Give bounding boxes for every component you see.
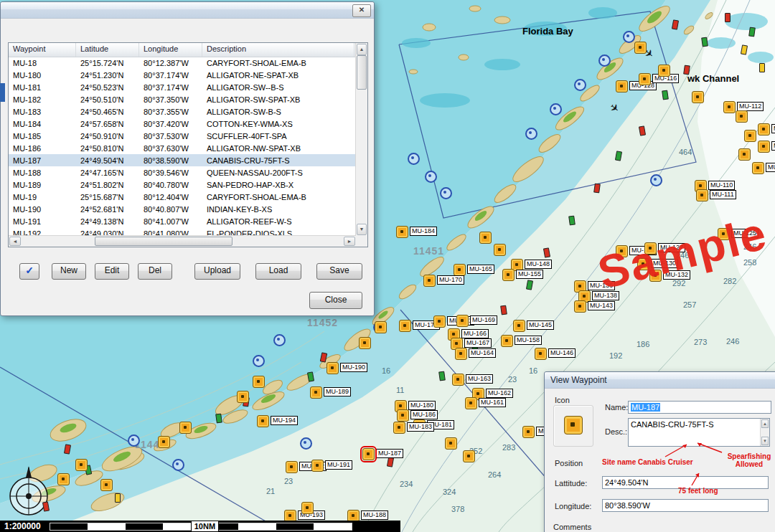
view-waypoint-dialog: View Waypoint Icon Name: MU-187 Desc.: C… [544, 371, 775, 532]
cell-longitude: 80°37.630'W [139, 144, 202, 153]
close-button[interactable]: Close [309, 292, 362, 309]
edit-button[interactable]: Edit [95, 263, 129, 280]
scroll-down-icon[interactable]: ▼ [357, 224, 367, 235]
cell-description: ALLIGATOR-REEF-W-S [202, 217, 354, 226]
cell-description: CARYFORT-SHOAL-EMA-B [202, 193, 354, 201]
cell-latitude: 24°47.165'N [76, 168, 139, 177]
vertical-scroll-thumb[interactable] [357, 55, 367, 90]
waypoint-table: Waypoint Latitude Longitude Description … [8, 42, 368, 247]
new-button[interactable]: New [52, 263, 86, 280]
waypoint-icon-button[interactable] [564, 416, 583, 434]
name-input[interactable]: MU-187 [628, 401, 771, 414]
cell-longitude: 80°37.355'W [139, 108, 202, 116]
table-row[interactable]: MU-1825°15.724'N80°12.387'WCARYFORT-SHOA… [9, 57, 356, 69]
table-header[interactable]: Waypoint Latitude Longitude Description [9, 43, 356, 57]
scroll-up-icon[interactable]: ▲ [357, 44, 367, 55]
cell-longitude: 80°12.404'W [139, 193, 202, 201]
table-row[interactable]: MU-18624°50.810'N80°37.630'WALLIGATOR-NW… [9, 142, 356, 154]
scroll-up-icon[interactable]: ▲ [761, 419, 769, 428]
longitude-input[interactable]: 80°38.590'W [602, 499, 769, 512]
scale-ratio: 1:200000 [4, 521, 41, 531]
table-row[interactable]: MU-18524°50.910'N80°37.530'WSCUFFLER-40F… [9, 130, 356, 142]
cell-longitude: 80°37.174'W [139, 83, 202, 92]
cell-waypoint: MU-189 [9, 181, 76, 189]
cell-latitude: 25°15.724'N [76, 59, 139, 67]
horizontal-scroll-thumb[interactable] [95, 237, 232, 246]
cell-latitude: 24°51.802'N [76, 181, 139, 189]
cell-waypoint: MU-186 [9, 144, 76, 153]
cell-waypoint: MU-190 [9, 205, 76, 214]
table-row[interactable]: MU-1925°15.687'N80°12.404'WCARYFORT-SHOA… [9, 191, 356, 203]
cell-waypoint: MU-183 [9, 108, 76, 116]
cell-longitude: 80°37.350'W [139, 95, 202, 104]
cell-description: ALLIGATOR-SW--B-S [202, 83, 354, 92]
cell-waypoint: MU-180 [9, 71, 76, 80]
annotation-site-name: Site name Canabis Cruiser [602, 458, 693, 466]
scroll-down-icon[interactable]: ▼ [761, 437, 769, 445]
cell-latitude: 24°50.523'N [76, 83, 139, 92]
longitude-label: Longitude: [555, 502, 591, 510]
cell-latitude: 24°50.510'N [76, 95, 139, 104]
table-row[interactable]: MU-18724°49.504'N80°38.590'WCANABIS-CRU-… [9, 154, 356, 166]
desc-value: CANABIS-CRU-75FT-S [631, 420, 714, 429]
cell-description: SCUFFLER-40FT-SPA [202, 132, 354, 141]
name-label: Name: [605, 403, 628, 412]
del-button[interactable]: Del [138, 263, 172, 280]
table-row[interactable]: MU-19124°49.138'N80°41.007'WALLIGATOR-RE… [9, 215, 356, 227]
cell-latitude: 24°57.658'N [76, 120, 139, 128]
cell-longitude: 80°12.387'W [139, 59, 202, 67]
vertical-scrollbar[interactable]: ▲ ▼ [355, 43, 367, 236]
cell-waypoint: MU-182 [9, 95, 76, 104]
scroll-left-icon[interactable]: ◄ [9, 237, 21, 246]
view-dialog-title: View Waypoint [545, 375, 607, 385]
cell-description: CANABIS-CRU-75FT-S [202, 156, 354, 165]
check-button[interactable]: ✓ [19, 263, 39, 280]
column-header-description[interactable]: Description [202, 43, 354, 57]
view-dialog-titlebar[interactable]: View Waypoint [545, 372, 775, 389]
waypoint-list-dialog: ✕ Waypoint Latitude Longitude Descriptio… [0, 1, 375, 316]
close-icon[interactable]: ✕ [352, 4, 371, 17]
cell-longitude: 80°37.174'W [139, 71, 202, 80]
column-header-waypoint[interactable]: Waypoint [9, 43, 76, 57]
cell-latitude: 24°50.910'N [76, 132, 139, 141]
desc-input[interactable]: CANABIS-CRU-75FT-S ▲ ▼ [628, 418, 770, 447]
table-row[interactable]: MU-18924°51.802'N80°40.780'WSAN-PEDRO-HA… [9, 179, 356, 191]
latitude-label: Lattitude: [555, 479, 587, 488]
comments-label: Comments [553, 523, 591, 531]
icon-groupbox [553, 405, 593, 447]
cell-latitude: 24°52.681'N [76, 205, 139, 214]
cell-description: ALLIGATOR-NE-SPAT-XB [202, 71, 354, 80]
table-row[interactable]: MU-18024°51.230'N80°37.174'WALLIGATOR-NE… [9, 69, 356, 81]
column-header-latitude[interactable]: Latitude [76, 43, 139, 57]
name-value: MU-187 [631, 403, 660, 412]
cell-longitude: 80°37.420'W [139, 120, 202, 128]
load-button[interactable]: Load [255, 263, 301, 280]
table-row[interactable]: MU-18824°47.165'N80°39.546'WQUEEN-NASSAU… [9, 166, 356, 179]
cell-description: INDIAN-KEY-B-XS [202, 205, 354, 214]
scroll-right-icon[interactable]: ► [344, 237, 355, 246]
list-dialog-titlebar[interactable]: ✕ [1, 2, 374, 19]
column-header-longitude[interactable]: Longitude [139, 43, 202, 57]
table-row[interactable]: MU-18324°50.465'N80°37.355'WALLIGATOR-SW… [9, 105, 356, 118]
annotation-spearfishing: Spearfishing Allowed [723, 452, 775, 468]
cell-longitude: 80°41.007'W [139, 217, 202, 226]
scale-ruler: 10NM [50, 523, 352, 531]
cell-latitude: 25°15.687'N [76, 193, 139, 201]
cell-waypoint: MU-181 [9, 83, 76, 92]
desc-scrollbar[interactable]: ▲ ▼ [760, 419, 769, 446]
cell-latitude: 24°49.504'N [76, 156, 139, 165]
upload-button[interactable]: Upload [194, 263, 240, 280]
scale-bar: 1:200000 10NM [0, 521, 400, 532]
cell-description: SAN-PEDRO-HAP-XB-X [202, 181, 354, 189]
cell-description: ALLIGATOR-NW-SPAT-XB [202, 144, 354, 153]
table-row[interactable]: MU-18224°50.510'N80°37.350'WALLIGATOR-SW… [9, 93, 356, 105]
cell-waypoint: MU-18 [9, 59, 76, 67]
screen: 4642462582462822922572732461861922291623… [0, 0, 775, 532]
table-row[interactable]: MU-18424°57.658'N80°37.420'WCOTTON-KEY-W… [9, 118, 356, 130]
table-row[interactable]: MU-19024°52.681'N80°40.807'WINDIAN-KEY-B… [9, 203, 356, 215]
background-selection-fragment [0, 83, 5, 102]
horizontal-scrollbar[interactable]: ◄ ► [9, 235, 356, 247]
table-row[interactable]: MU-18124°50.523'N80°37.174'WALLIGATOR-SW… [9, 81, 356, 93]
longitude-value: 80°38.590'W [605, 501, 650, 510]
save-button[interactable]: Save [316, 263, 362, 280]
